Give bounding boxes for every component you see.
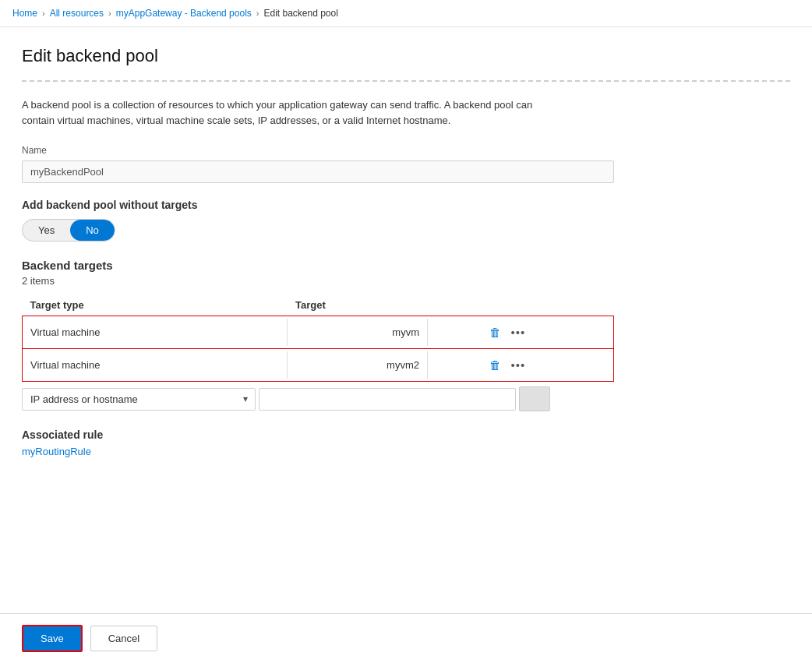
divider [22, 80, 790, 82]
toggle-label: Add backend pool without targets [22, 199, 790, 211]
associated-rule-section: Associated rule myRoutingRule [22, 428, 790, 457]
associated-rule-title: Associated rule [22, 428, 790, 441]
name-label: Name [22, 145, 790, 156]
toggle-group: Yes No [22, 219, 115, 242]
backend-targets-title: Backend targets [22, 259, 790, 272]
row2-target: myvm2 [288, 351, 428, 379]
col-header-type: Target type [23, 294, 288, 316]
add-row: IP address or hostname Virtual machine V… [22, 386, 790, 411]
target-type-select[interactable]: IP address or hostname Virtual machine V… [22, 388, 256, 411]
items-count: 2 items [22, 275, 790, 287]
trash-icon: 🗑 [489, 358, 501, 372]
row1-delete-button[interactable]: 🗑 [486, 324, 504, 340]
footer-bar: Save Cancel [0, 613, 812, 663]
name-field-group: Name [22, 145, 790, 183]
table-row: Virtual machine myvm2 🗑 ••• [23, 349, 614, 382]
breadcrumb-sep-1: › [42, 9, 45, 18]
page-title: Edit backend pool [22, 46, 790, 66]
cancel-button[interactable]: Cancel [90, 626, 157, 651]
name-input[interactable] [22, 160, 614, 183]
row2-delete-button[interactable]: 🗑 [486, 357, 504, 373]
breadcrumb-gateway[interactable]: myAppGateway - Backend pools [116, 8, 252, 19]
main-content: Edit backend pool A backend pool is a co… [0, 27, 812, 613]
breadcrumb-sep-3: › [256, 9, 259, 18]
row1-actions: 🗑 ••• [474, 316, 613, 348]
targets-table: Target type Target Virtual machine myvm [22, 294, 614, 382]
breadcrumb-sep-2: › [108, 9, 111, 18]
table-row: Virtual machine myvm 🗑 ••• [23, 316, 614, 349]
row2-more-icon[interactable]: ••• [510, 358, 525, 372]
description-text: A backend pool is a collection of resour… [22, 97, 567, 128]
row2-actions: 🗑 ••• [474, 349, 613, 381]
toggle-yes-button[interactable]: Yes [23, 220, 70, 241]
breadcrumb-home[interactable]: Home [12, 8, 37, 19]
add-target-button[interactable] [519, 386, 550, 411]
row1-more-icon[interactable]: ••• [510, 326, 525, 339]
toggle-no-button[interactable]: No [70, 220, 115, 241]
col-header-target: Target [288, 294, 474, 316]
row2-type: Virtual machine [23, 351, 288, 379]
save-button[interactable]: Save [22, 625, 83, 652]
col-header-actions [474, 294, 613, 316]
breadcrumb-all-resources[interactable]: All resources [50, 8, 104, 19]
row1-type: Virtual machine [23, 319, 288, 346]
breadcrumb-current: Edit backend pool [263, 8, 337, 19]
breadcrumb: Home › All resources › myAppGateway - Ba… [0, 0, 812, 27]
page-wrapper: Home › All resources › myAppGateway - Ba… [0, 0, 812, 663]
trash-icon: 🗑 [489, 326, 501, 339]
row1-target: myvm [288, 319, 428, 346]
target-type-select-wrapper: IP address or hostname Virtual machine V… [22, 388, 256, 411]
associated-rule-link[interactable]: myRoutingRule [22, 446, 91, 457]
target-value-input[interactable] [259, 388, 516, 411]
